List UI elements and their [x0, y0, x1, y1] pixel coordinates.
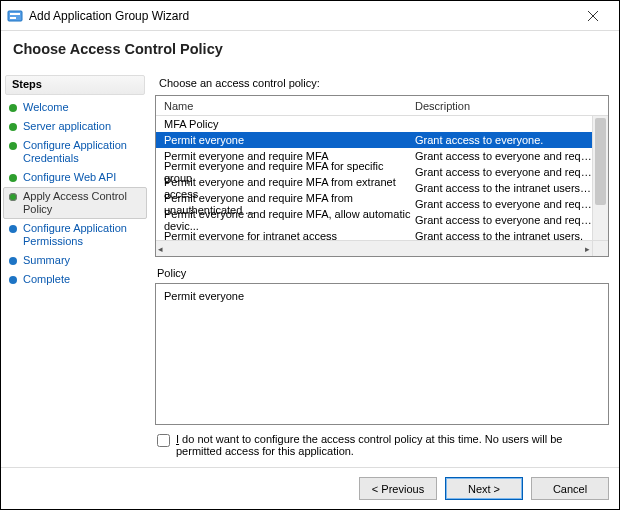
instruction-label: Choose an access control policy:	[155, 75, 609, 95]
step-item[interactable]: Configure Application Credentials	[3, 136, 147, 168]
svg-rect-1	[10, 13, 20, 15]
horizontal-scrollbar[interactable]: ◂ ▸	[156, 240, 592, 256]
step-item[interactable]: Apply Access Control Policy	[3, 187, 147, 219]
cell-description: Grant access to everyone.	[411, 134, 592, 146]
steps-header: Steps	[5, 75, 145, 95]
steps-sidebar: Steps WelcomeServer applicationConfigure…	[1, 71, 149, 467]
table-header: Name Description	[156, 96, 608, 116]
step-label: Welcome	[23, 101, 69, 114]
scrollbar-corner	[592, 240, 608, 256]
vertical-scrollbar[interactable]: ▴	[592, 116, 608, 240]
cell-description: Grant access to everyone and require MFA…	[411, 150, 592, 162]
skip-policy-row: I do not want to configure the access co…	[155, 425, 609, 459]
wizard-footer: < Previous Next > Cancel	[1, 467, 619, 509]
step-item[interactable]: Complete	[3, 270, 147, 289]
cell-description: Grant access to the intranet users.	[411, 230, 592, 240]
skip-policy-label[interactable]: I do not want to configure the access co…	[176, 433, 607, 457]
table-row[interactable]: Permit everyone and require MFA, allow a…	[156, 212, 592, 228]
step-label: Complete	[23, 273, 70, 286]
step-bullet-icon	[9, 123, 17, 131]
step-bullet-icon	[9, 174, 17, 182]
cell-description: Grant access to everyone and require MFA…	[411, 166, 592, 178]
close-icon	[588, 11, 598, 21]
step-label: Apply Access Control Policy	[23, 190, 143, 216]
wizard-window: Add Application Group Wizard Choose Acce…	[0, 0, 620, 510]
column-header-name[interactable]: Name	[156, 100, 411, 112]
scroll-right-arrow-icon[interactable]: ▸	[585, 244, 590, 254]
policy-section-label: Policy	[155, 257, 609, 283]
step-label: Configure Application Permissions	[23, 222, 143, 248]
close-button[interactable]	[573, 3, 613, 29]
step-label: Server application	[23, 120, 111, 133]
step-item[interactable]: Summary	[3, 251, 147, 270]
cancel-button[interactable]: Cancel	[531, 477, 609, 500]
app-icon	[7, 8, 23, 24]
step-item[interactable]: Configure Web API	[3, 168, 147, 187]
cell-description: Grant access to everyone and require MFA…	[411, 198, 592, 210]
step-bullet-icon	[9, 104, 17, 112]
column-header-description[interactable]: Description	[411, 100, 608, 112]
page-title: Choose Access Control Policy	[13, 41, 607, 57]
table-row[interactable]: MFA Policy	[156, 116, 592, 132]
table-row[interactable]: Permit everyoneGrant access to everyone.	[156, 132, 592, 148]
previous-button[interactable]: < Previous	[359, 477, 437, 500]
next-button[interactable]: Next >	[445, 477, 523, 500]
cell-description: Grant access to everyone and require MFA…	[411, 214, 592, 226]
cell-description: Grant access to the intranet users and r…	[411, 182, 592, 194]
table-row[interactable]: Permit everyone for intranet accessGrant…	[156, 228, 592, 240]
svg-rect-2	[10, 17, 16, 19]
step-item[interactable]: Server application	[3, 117, 147, 136]
step-bullet-icon	[9, 276, 17, 284]
cell-name: Permit everyone and require MFA, allow a…	[156, 208, 411, 232]
cell-name: Permit everyone	[156, 134, 411, 146]
titlebar: Add Application Group Wizard	[1, 1, 619, 31]
policy-preview-text: Permit everyone	[164, 290, 244, 302]
page-header: Choose Access Control Policy	[1, 31, 619, 71]
svg-rect-0	[8, 11, 22, 21]
window-title: Add Application Group Wizard	[29, 9, 573, 23]
cell-name: MFA Policy	[156, 118, 411, 130]
step-bullet-icon	[9, 257, 17, 265]
step-label: Summary	[23, 254, 70, 267]
step-bullet-icon	[9, 193, 17, 201]
policy-table[interactable]: Name Description MFA PolicyPermit everyo…	[155, 95, 609, 257]
skip-policy-checkbox[interactable]	[157, 434, 170, 447]
cell-name: Permit everyone for intranet access	[156, 230, 411, 240]
step-bullet-icon	[9, 225, 17, 233]
step-item[interactable]: Configure Application Permissions	[3, 219, 147, 251]
step-label: Configure Web API	[23, 171, 116, 184]
wizard-body: Steps WelcomeServer applicationConfigure…	[1, 71, 619, 467]
step-item[interactable]: Welcome	[3, 98, 147, 117]
policy-preview: Permit everyone	[155, 283, 609, 425]
scroll-left-arrow-icon[interactable]: ◂	[158, 244, 163, 254]
scrollbar-thumb[interactable]	[595, 118, 606, 205]
main-panel: Choose an access control policy: Name De…	[149, 71, 619, 467]
step-bullet-icon	[9, 142, 17, 150]
step-label: Configure Application Credentials	[23, 139, 143, 165]
